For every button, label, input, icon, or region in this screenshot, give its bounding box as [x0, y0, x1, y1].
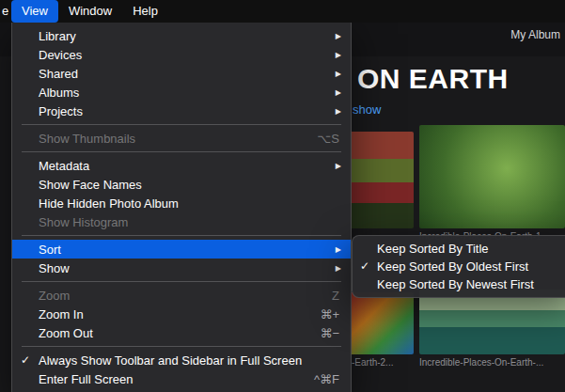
shortcut-label: ⌥S — [317, 132, 339, 146]
submenu-arrow-icon: ▶ — [336, 83, 341, 102]
menubar-item-window[interactable]: Window — [58, 0, 122, 23]
shortcut-label: ⌘− — [320, 326, 339, 340]
menu-separator — [22, 235, 341, 236]
checkmark-icon: ✓ — [21, 351, 30, 369]
submenu-arrow-icon: ▶ — [336, 156, 341, 175]
shortcut-label: ⌘+ — [320, 307, 339, 321]
menu-item-label: Show Histogram — [39, 215, 128, 229]
menu-item-enter-full-screen[interactable]: Enter Full Screen ^⌘F — [12, 369, 351, 388]
shortcut-label: Z — [332, 289, 339, 303]
menu-item-show-face-names[interactable]: Show Face Names — [12, 175, 351, 194]
submenu-arrow-icon: ▶ — [336, 259, 341, 277]
menu-item-library[interactable]: Library ▶ — [12, 26, 351, 45]
menu-item-label: Shared — [39, 67, 78, 81]
menu-item-label: Show Face Names — [39, 178, 142, 192]
menu-item-projects[interactable]: Projects ▶ — [12, 102, 351, 120]
menu-separator — [22, 124, 341, 125]
menu-item-label: Devices — [39, 48, 82, 62]
menu-item-hide-hidden-photo-album[interactable]: Hide Hidden Photo Album — [12, 194, 351, 212]
photo-thumbnail[interactable] — [350, 292, 414, 354]
menu-separator — [22, 346, 341, 347]
sort-submenu-panel: Keep Sorted By Title ✓ Keep Sorted By Ol… — [352, 235, 565, 298]
menubar-item-help[interactable]: Help — [122, 0, 168, 23]
menu-item-label: Show Thumbnails — [39, 132, 135, 146]
shortcut-label: ^⌘F — [314, 372, 339, 386]
photo-thumbnail[interactable] — [350, 132, 414, 228]
menu-item-zoom: Zoom Z — [12, 286, 351, 305]
checkmark-icon: ✓ — [360, 258, 369, 275]
menu-item-label: Albums — [39, 86, 79, 100]
menu-item-label: Zoom — [39, 289, 70, 303]
menu-item-label: Always Show Toolbar and Sidebar in Full … — [39, 353, 302, 368]
album-title: ON EARTH — [357, 63, 509, 95]
my-albums-link[interactable]: My Album — [510, 28, 560, 41]
menu-item-label: Keep Sorted By Newest First — [377, 277, 534, 291]
menu-item-show-histogram: Show Histogram — [12, 212, 351, 231]
screen: My Album ON EARTH show Incredible-Places… — [0, 0, 565, 392]
menu-item-label: Hide Hidden Photo Album — [39, 196, 179, 211]
menu-item-label: Keep Sorted By Oldest First — [377, 259, 528, 274]
menu-separator — [22, 151, 341, 152]
submenu-item-keep-sorted-by-title[interactable]: Keep Sorted By Title — [353, 240, 565, 258]
menubar-item-view[interactable]: View — [11, 0, 58, 23]
menu-item-show-thumbnails: Show Thumbnails ⌥S — [12, 129, 351, 148]
photo-thumbnail[interactable] — [419, 290, 565, 354]
menu-item-label: Metadata — [39, 159, 89, 173]
menu-item-zoom-out[interactable]: Zoom Out ⌘− — [12, 323, 351, 342]
menu-separator — [22, 281, 341, 282]
view-menu-panel: Library ▶ Devices ▶ Shared ▶ Albums ▶ Pr… — [11, 23, 352, 392]
menu-item-devices[interactable]: Devices ▶ — [12, 45, 351, 64]
menu-bar: e View Window Help — [0, 0, 565, 23]
submenu-arrow-icon: ▶ — [336, 64, 341, 83]
menu-item-label: Keep Sorted By Title — [377, 242, 489, 256]
submenu-arrow-icon: ▶ — [336, 102, 341, 120]
menu-item-label: Show — [39, 261, 70, 275]
submenu-item-keep-sorted-by-oldest-first[interactable]: ✓ Keep Sorted By Oldest First — [353, 258, 565, 275]
menu-item-metadata[interactable]: Metadata ▶ — [12, 156, 351, 175]
photo-caption: Incredible-Places-On-Earth-... — [419, 357, 543, 368]
menu-item-shared[interactable]: Shared ▶ — [12, 64, 351, 83]
menu-item-sort[interactable]: Sort ▶ — [12, 240, 351, 259]
slideshow-link[interactable]: show — [353, 102, 381, 117]
partial-menu-item[interactable]: e — [0, 0, 11, 23]
menu-item-label: Zoom In — [39, 307, 84, 321]
menu-item-albums[interactable]: Albums ▶ — [12, 83, 351, 102]
submenu-arrow-icon: ▶ — [336, 26, 341, 45]
menu-item-label: Library — [39, 29, 76, 43]
photo-caption: -Earth-2... — [352, 357, 393, 368]
menu-item-show[interactable]: Show ▶ — [12, 259, 351, 277]
submenu-arrow-icon: ▶ — [336, 240, 341, 259]
menu-item-zoom-in[interactable]: Zoom In ⌘+ — [12, 305, 351, 323]
menu-item-label: Projects — [39, 104, 83, 118]
submenu-arrow-icon: ▶ — [336, 45, 341, 64]
photo-thumbnail[interactable] — [419, 125, 565, 228]
menu-item-label: Zoom Out — [39, 326, 93, 340]
submenu-item-keep-sorted-by-newest-first[interactable]: Keep Sorted By Newest First — [353, 275, 565, 293]
menu-item-always-show-toolbar[interactable]: ✓ Always Show Toolbar and Sidebar in Ful… — [12, 351, 351, 369]
menu-item-label: Enter Full Screen — [39, 372, 133, 386]
menu-item-label: Sort — [39, 243, 61, 257]
